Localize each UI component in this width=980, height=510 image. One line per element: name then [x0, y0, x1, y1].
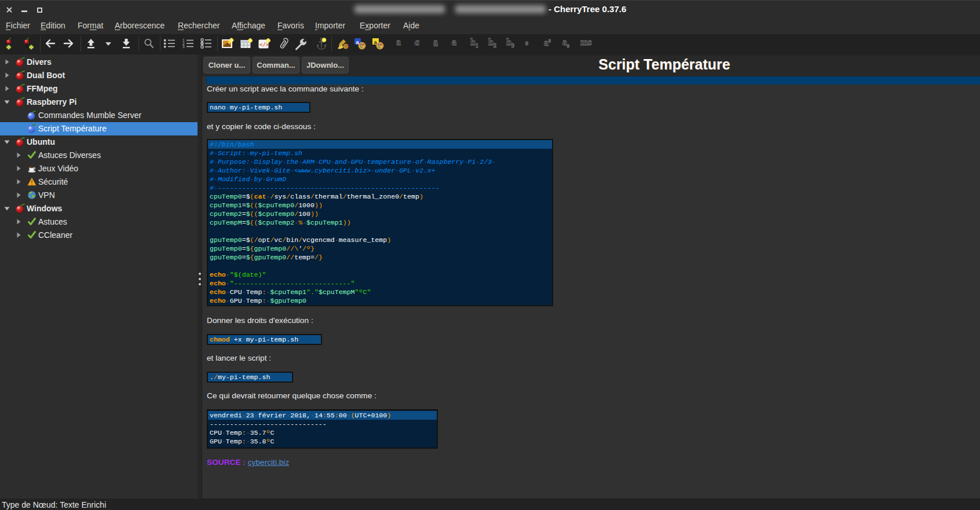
svg-text:3: 3 [182, 45, 185, 49]
